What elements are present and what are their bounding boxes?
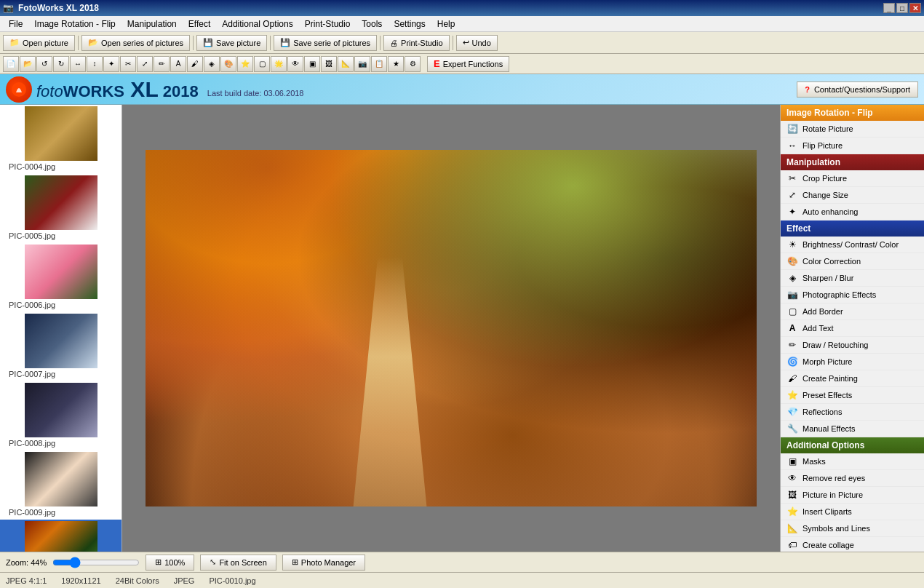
thumbnail-item-PIC-0005[interactable]: PIC-0005.jpg <box>0 174 122 243</box>
right-item-auto-enhance[interactable]: ✦ Auto enhancing <box>781 204 924 220</box>
right-item-manual-effects[interactable]: 🔧 Manual Effects <box>781 421 924 437</box>
tool-batch[interactable]: 📋 <box>371 56 387 72</box>
right-item-create-collage[interactable]: 🏷 Create collage <box>781 537 924 552</box>
tool-border[interactable]: ▢ <box>254 56 270 72</box>
menu-help[interactable]: Help <box>431 17 461 31</box>
tool-effects[interactable]: ⭐ <box>237 56 253 72</box>
right-item-crop[interactable]: ✂ Crop Picture <box>781 170 924 187</box>
right-item-insert-cliparts[interactable]: ⭐ Insert Cliparts <box>781 504 924 520</box>
right-item-create-painting[interactable]: 🖌 Create Painting <box>781 370 924 387</box>
status-colors: 24Bit Colors <box>116 576 159 585</box>
tool-new[interactable]: 📄 <box>3 56 19 72</box>
tool-collage[interactable]: 📷 <box>354 56 370 72</box>
close-button[interactable]: ✕ <box>909 3 921 13</box>
tool-pip[interactable]: 🖼 <box>321 56 337 72</box>
right-item-masks[interactable]: ▣ Masks <box>781 453 924 470</box>
thumbnail-item-PIC-0006[interactable]: PIC-0006.jpg <box>0 243 122 312</box>
maximize-button[interactable]: □ <box>896 3 908 13</box>
open-picture-button[interactable]: 📁 Open picture <box>3 35 75 51</box>
right-item-symbols-lines[interactable]: 📐 Symbols and Lines <box>781 520 924 537</box>
tool-blur[interactable]: ◈ <box>204 56 220 72</box>
fit-on-screen-button[interactable]: ⤡ Fit on Screen <box>200 555 276 571</box>
tool-flip-v[interactable]: ↕ <box>87 56 103 72</box>
bottom-bar: Zoom: 44% ⊞ 100% ⤡ Fit on Screen ⊞ Photo… <box>0 552 924 572</box>
thumbnail-label-PIC-0007: PIC-0007.jpg <box>3 368 119 380</box>
save-picture-button[interactable]: 💾 Save picture <box>196 35 267 51</box>
minimize-button[interactable]: _ <box>883 3 895 13</box>
right-item-flip-picture[interactable]: ↔ Flip Picture <box>781 138 924 154</box>
right-item-picture-in-picture[interactable]: 🖼 Picture in Picture <box>781 487 924 504</box>
zoom-slider[interactable] <box>52 557 140 568</box>
right-item-rotate-picture[interactable]: 🔄 Rotate Picture <box>781 121 924 138</box>
save-series-button[interactable]: 💾 Save serie of pictures <box>274 35 377 51</box>
right-item-photo-effects[interactable]: 📷 Photographic Effects <box>781 287 924 303</box>
tool-redeye[interactable]: 👁 <box>287 56 303 72</box>
tool-clipart[interactable]: 🌟 <box>271 56 287 72</box>
open-series-button[interactable]: 📂 Open series of pictures <box>81 35 190 51</box>
tool-star[interactable]: ★ <box>388 56 404 72</box>
tool-color[interactable]: 🎨 <box>220 56 236 72</box>
save-icon: 💾 <box>203 38 213 47</box>
right-item-add-border[interactable]: ▢ Add Border <box>781 303 924 320</box>
tool-paint[interactable]: 🖌 <box>187 56 203 72</box>
flip-picture-icon: ↔ <box>786 140 798 151</box>
add-text-icon: A <box>786 322 798 334</box>
tool-symbols[interactable]: 📐 <box>338 56 354 72</box>
title-text: FotoWorks XL 2018 <box>18 3 99 13</box>
tool-text[interactable]: A <box>170 56 186 72</box>
masks-icon: ▣ <box>786 456 798 467</box>
red-eyes-icon: 👁 <box>786 472 798 484</box>
right-item-draw[interactable]: ✏ Draw / Retouching <box>781 337 924 354</box>
print-studio-button[interactable]: 🖨 Print-Studio <box>383 35 449 51</box>
create-painting-icon: 🖌 <box>786 373 798 384</box>
menu-tools[interactable]: Tools <box>356 17 388 31</box>
undo-button[interactable]: ↩ Undo <box>456 35 498 51</box>
tool-mask[interactable]: ▣ <box>304 56 320 72</box>
tool-open[interactable]: 📂 <box>20 56 36 72</box>
logo-icon <box>6 76 32 103</box>
menu-print-studio[interactable]: Print-Studio <box>299 17 357 31</box>
status-bar: JPEG 4:1:1 1920x1121 24Bit Colors JPEG P… <box>0 572 924 588</box>
thumbnail-item-PIC-0010[interactable]: PIC-0010.jpg <box>0 520 122 552</box>
tool-rotate-right[interactable]: ↻ <box>53 56 69 72</box>
right-item-preset-effects[interactable]: ⭐ Preset Effects <box>781 387 924 404</box>
tool-resize[interactable]: ⤢ <box>137 56 153 72</box>
title-bar-left: 📷 FotoWorks XL 2018 <box>3 3 99 13</box>
menu-effect[interactable]: Effect <box>183 17 216 31</box>
menu-manipulation[interactable]: Manipulation <box>122 17 183 31</box>
menu-additional-options[interactable]: Additional Options <box>216 17 298 31</box>
tool-flip-h[interactable]: ↔ <box>70 56 86 72</box>
status-filename: PIC-0010.jpg <box>209 576 255 585</box>
menu-file[interactable]: File <box>3 17 28 31</box>
expert-functions-button[interactable]: E Expert Functions <box>427 56 509 72</box>
zoom-100-button[interactable]: ⊞ 100% <box>146 555 194 571</box>
thumbnail-item-PIC-0007[interactable]: PIC-0007.jpg <box>0 312 122 381</box>
thumbnail-item-PIC-0004[interactable]: PIC-0004.jpg <box>0 105 122 174</box>
fit-icon: ⤡ <box>210 557 216 567</box>
expert-icon: E <box>434 58 440 69</box>
tool-crop[interactable]: ✂ <box>120 56 136 72</box>
menu-image-rotation[interactable]: Image Rotation - Flip <box>28 17 121 31</box>
brightness-icon: ☀ <box>786 239 798 250</box>
photo-effects-icon: 📷 <box>786 289 798 301</box>
right-item-change-size[interactable]: ⤢ Change Size <box>781 187 924 204</box>
right-item-reflections[interactable]: 💎 Reflections <box>781 404 924 421</box>
main-image <box>146 150 757 506</box>
right-item-sharpen[interactable]: ◈ Sharpen / Blur <box>781 270 924 287</box>
tool-enhance[interactable]: ✦ <box>103 56 119 72</box>
tool-misc[interactable]: ⚙ <box>405 56 421 72</box>
right-item-brightness[interactable]: ☀ Brightness/ Contrast/ Color <box>781 237 924 253</box>
right-item-add-text[interactable]: A Add Text <box>781 320 924 337</box>
tool-rotate-left[interactable]: ↺ <box>36 56 52 72</box>
menu-settings[interactable]: Settings <box>388 17 431 31</box>
contact-button[interactable]: ? Contact/Questions/Support <box>797 82 918 98</box>
tool-draw[interactable]: ✏ <box>154 56 170 72</box>
title-bar: 📷 FotoWorks XL 2018 _ □ ✕ <box>0 0 924 16</box>
right-item-morph[interactable]: 🌀 Morph Picture <box>781 354 924 370</box>
thumbnail-scroll[interactable]: PIC-0004.jpgPIC-0005.jpgPIC-0006.jpgPIC-… <box>0 105 122 552</box>
thumbnail-item-PIC-0008[interactable]: PIC-0008.jpg <box>0 381 122 450</box>
right-item-color-correction[interactable]: 🎨 Color Correction <box>781 253 924 270</box>
photo-manager-button[interactable]: ⊞ Photo Manager <box>282 555 365 571</box>
right-item-remove-red-eyes[interactable]: 👁 Remove red eyes <box>781 470 924 487</box>
thumbnail-item-PIC-0009[interactable]: PIC-0009.jpg <box>0 450 122 520</box>
